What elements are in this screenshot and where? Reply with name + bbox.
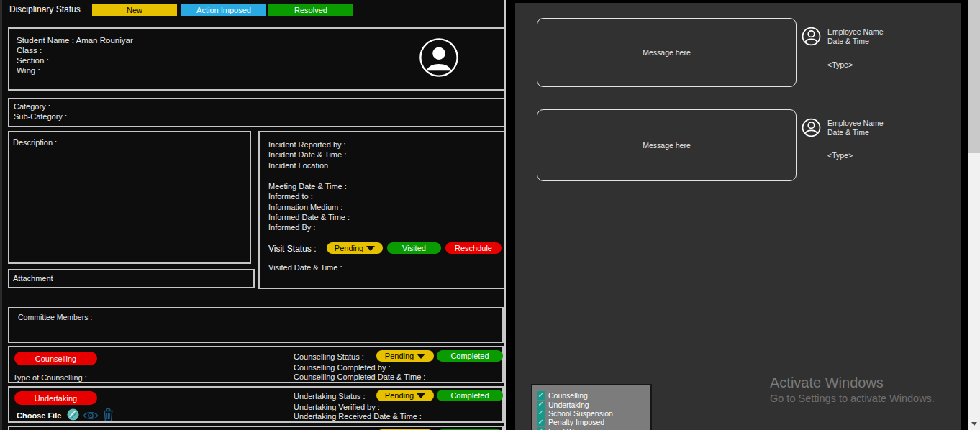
status-button-action-imposed[interactable]: Action Imposed bbox=[181, 4, 266, 16]
dropdown-caret-icon bbox=[366, 246, 375, 251]
student-wing-label: Wing : bbox=[17, 65, 133, 76]
legend-item: School Suspension bbox=[537, 409, 650, 418]
scrollbar-thumb[interactable] bbox=[968, 0, 980, 153]
legend-item: Penalty Imposed bbox=[537, 418, 650, 426]
visit-reschedule-button[interactable]: Reschdule bbox=[445, 242, 502, 254]
checkbox-penalty-imposed[interactable] bbox=[537, 418, 545, 426]
message-type-field[interactable]: <Type> bbox=[827, 60, 853, 69]
undertaking-status-label: Undertaking Status : bbox=[294, 392, 366, 401]
next-action-section-cutoff bbox=[8, 426, 504, 430]
employee-avatar-icon bbox=[802, 27, 821, 46]
checkbox-final-warning[interactable] bbox=[537, 427, 545, 430]
scrollbar-down-arrow-icon[interactable] bbox=[968, 418, 980, 430]
vertical-scrollbar[interactable] bbox=[968, 0, 980, 430]
committee-members-box[interactable]: Committee Members : bbox=[8, 307, 504, 343]
messages-panel: Message here Employee Name Date & Time <… bbox=[515, 3, 961, 430]
type-of-counselling-label: Type of Counselling : bbox=[13, 373, 87, 382]
dropdown-caret-icon bbox=[417, 393, 425, 398]
activate-windows-subtitle: Go to Settings to activate Windows. bbox=[770, 393, 935, 404]
counselling-status-label: Counselling Status : bbox=[294, 352, 364, 361]
message-datetime-label: Date & Time bbox=[827, 128, 884, 137]
description-box[interactable]: Description : bbox=[8, 131, 251, 264]
employee-name-label: Employee Name bbox=[827, 27, 884, 37]
counselling-pending-dropdown[interactable]: Pending bbox=[376, 350, 434, 362]
message-input-1[interactable]: Message here bbox=[537, 18, 797, 87]
undertaking-action-button[interactable]: Undertaking bbox=[14, 391, 97, 405]
student-avatar-icon bbox=[418, 37, 460, 78]
status-button-resolved[interactable]: Resolved bbox=[268, 4, 353, 16]
counselling-action-button[interactable]: Counselling bbox=[14, 352, 97, 365]
employee-name-label: Employee Name bbox=[827, 119, 884, 128]
student-class-label: Class : bbox=[17, 45, 133, 55]
choose-file-button[interactable]: Choose File bbox=[17, 411, 61, 420]
undertaking-completed-button[interactable]: Completed bbox=[437, 390, 503, 401]
student-name-label: Student Name : Aman Rouniyar bbox=[17, 35, 133, 45]
checkbox-counselling[interactable] bbox=[537, 391, 545, 400]
legend-item: Undertaking bbox=[537, 400, 650, 408]
undertaking-section: Undertaking Choose File Undertaking Stat… bbox=[8, 386, 504, 423]
category-label: Category : bbox=[14, 101, 67, 111]
message-datetime-label: Date & Time bbox=[827, 37, 884, 46]
legend-item: Counselling bbox=[537, 391, 650, 400]
visit-pending-dropdown[interactable]: Pending bbox=[327, 242, 383, 254]
counselling-completed-button[interactable]: Completed bbox=[437, 350, 503, 362]
attachment-box[interactable]: Attachment bbox=[8, 269, 255, 288]
employee-avatar-icon bbox=[802, 118, 821, 137]
counselling-completed-date-label: Counselling Completed Date & Time : bbox=[294, 372, 425, 381]
message-input-2[interactable]: Message here bbox=[537, 109, 797, 181]
sub-category-label: Sub-Category : bbox=[14, 111, 67, 122]
incident-location-label: Incident Location bbox=[268, 160, 346, 170]
attachment-label: Attachment bbox=[13, 274, 53, 283]
description-label: Description : bbox=[13, 138, 57, 147]
meeting-date-time-label: Meeting Date & Time : bbox=[268, 181, 350, 191]
disciplinary-panel: Disciplinary Status New Action Imposed R… bbox=[0, 0, 506, 430]
legend-item: Final Warning bbox=[537, 427, 650, 430]
delete-file-icon[interactable] bbox=[103, 408, 114, 421]
incident-reported-by-label: Incident Reported by : bbox=[268, 139, 346, 150]
activate-windows-watermark: Activate Windows bbox=[770, 375, 884, 391]
page-title: Disciplinary Status bbox=[9, 4, 81, 14]
informed-by-label: Informed By : bbox=[268, 222, 350, 232]
committee-members-label: Committee Members : bbox=[18, 313, 92, 321]
informed-date-time-label: Informed Date & Time : bbox=[268, 212, 350, 222]
checkbox-undertaking[interactable] bbox=[537, 401, 545, 409]
incident-date-time-label: Incident Date & Time : bbox=[268, 150, 346, 160]
information-medium-label: Information Medium : bbox=[268, 202, 350, 212]
checkbox-school-suspension[interactable] bbox=[537, 409, 545, 418]
undertaking-pending-dropdown[interactable]: Pending bbox=[376, 390, 434, 401]
attach-file-icon[interactable] bbox=[67, 408, 79, 421]
visit-status-label: Visit Status : bbox=[268, 244, 316, 254]
undertaking-received-date-label: Undertaking Received Date & Time : bbox=[294, 412, 422, 421]
counselling-section: Counselling Type of Counselling : Counse… bbox=[8, 346, 504, 383]
visited-date-time-label: Visited Date & Time : bbox=[268, 263, 342, 272]
view-file-icon[interactable] bbox=[83, 411, 99, 421]
incident-details-box: Incident Reported by : Incident Date & T… bbox=[258, 131, 505, 289]
informed-to-label: Informed to : bbox=[268, 191, 350, 201]
action-type-legend: Counselling Undertaking School Suspensio… bbox=[531, 384, 652, 430]
dropdown-caret-icon bbox=[417, 354, 425, 359]
category-box: Category : Sub-Category : bbox=[8, 98, 505, 127]
visit-visited-button[interactable]: Visited bbox=[387, 242, 441, 254]
status-button-new[interactable]: New bbox=[92, 4, 177, 16]
student-section-label: Section : bbox=[17, 55, 133, 65]
counselling-completed-by-label: Counselling Completed by : bbox=[294, 363, 391, 372]
message-type-field[interactable]: <Type> bbox=[827, 151, 853, 160]
undertaking-verified-by-label: Undertaking Verified by : bbox=[294, 403, 380, 411]
